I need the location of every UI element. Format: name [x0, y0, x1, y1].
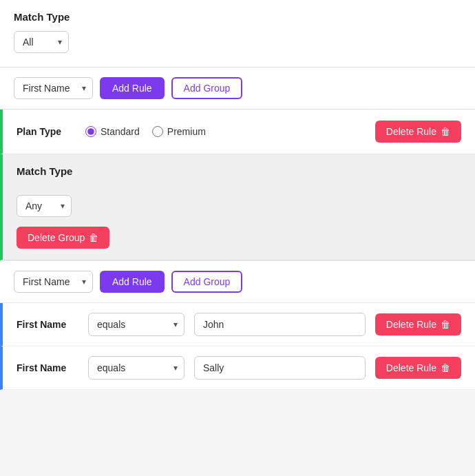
inner-rule-john-delete-label: Delete Rule — [386, 319, 436, 330]
plan-type-delete-label: Delete Rule — [386, 126, 436, 137]
group-match-row: Match Type — [17, 165, 461, 185]
group-match-type-title: Match Type — [17, 165, 72, 177]
group-section: Match Type Any All None ▾ Delete Group 🗑 — [0, 154, 475, 260]
inner-rule-john-operator-select[interactable]: equals contains starts with ends with — [88, 313, 184, 336]
group-match-type-select[interactable]: Any All None — [17, 195, 72, 217]
plan-type-delete-rule-button[interactable]: Delete Rule 🗑 — [375, 121, 461, 143]
inner-rule-john-value-input[interactable] — [194, 313, 366, 336]
inner-rule-john-delete-button[interactable]: Delete Rule 🗑 — [375, 313, 461, 335]
group-controls: Any All None ▾ — [17, 195, 461, 217]
delete-group-button[interactable]: Delete Group 🗑 — [17, 227, 109, 249]
inner-rule-sally-operator-select[interactable]: equals contains starts with ends with — [88, 356, 184, 380]
group-match-type-wrapper: Any All None ▾ — [17, 195, 72, 217]
plan-type-standard-radio[interactable] — [85, 126, 96, 137]
inner-rule-sally: First Name equals contains starts with e… — [0, 346, 475, 390]
inner-rule-sally-delete-button[interactable]: Delete Rule 🗑 — [375, 357, 461, 379]
plan-type-premium-radio[interactable] — [152, 126, 163, 137]
inner-rule-john-trash-icon: 🗑 — [441, 319, 450, 330]
delete-group-label: Delete Group — [28, 232, 85, 243]
plan-type-premium-option[interactable]: Premium — [152, 126, 206, 137]
inner-rule-john-label: First Name — [17, 319, 78, 330]
inner-field-select-wrapper: First Name Last Name Email ▾ — [14, 271, 93, 293]
top-field-select-wrapper: First Name Last Name Email Plan Type ▾ — [14, 77, 93, 99]
inner-toolbar: First Name Last Name Email ▾ Add Rule Ad… — [0, 260, 475, 303]
top-match-type-select[interactable]: All Any None — [14, 31, 69, 53]
top-field-select[interactable]: First Name Last Name Email Plan Type — [14, 77, 93, 99]
inner-rule-john-operator-wrapper: equals contains starts with ends with ▾ — [88, 313, 184, 336]
inner-rule-sally-delete-label: Delete Rule — [386, 362, 436, 373]
inner-rule-sally-label: First Name — [17, 362, 78, 373]
plan-type-standard-option[interactable]: Standard — [85, 126, 140, 137]
inner-rule-sally-operator-wrapper: equals contains starts with ends with ▾ — [88, 356, 184, 380]
plan-type-trash-icon: 🗑 — [441, 126, 450, 137]
plan-type-standard-label: Standard — [101, 126, 140, 137]
top-match-type-wrapper: All Any None ▾ — [14, 31, 69, 53]
plan-type-rule: Plan Type Standard Premium Delete Rule 🗑 — [0, 110, 475, 154]
top-toolbar: First Name Last Name Email Plan Type ▾ A… — [0, 68, 475, 110]
top-add-group-button[interactable]: Add Group — [171, 77, 243, 99]
inner-rule-sally-trash-icon: 🗑 — [441, 362, 450, 373]
top-match-type-title: Match Type — [14, 11, 461, 23]
inner-rule-john: First Name equals contains starts with e… — [0, 303, 475, 346]
delete-group-trash-icon: 🗑 — [89, 232, 98, 243]
inner-field-select[interactable]: First Name Last Name Email — [14, 271, 93, 293]
plan-type-premium-label: Premium — [167, 126, 206, 137]
top-match-type-section: Match Type All Any None ▾ — [0, 0, 475, 68]
inner-add-rule-button[interactable]: Add Rule — [100, 271, 165, 293]
plan-type-radio-group: Standard Premium — [85, 126, 361, 137]
top-add-rule-button[interactable]: Add Rule — [100, 77, 165, 99]
inner-rule-sally-value-input[interactable] — [194, 356, 366, 380]
inner-add-group-button[interactable]: Add Group — [171, 271, 243, 293]
plan-type-label: Plan Type — [17, 126, 72, 137]
